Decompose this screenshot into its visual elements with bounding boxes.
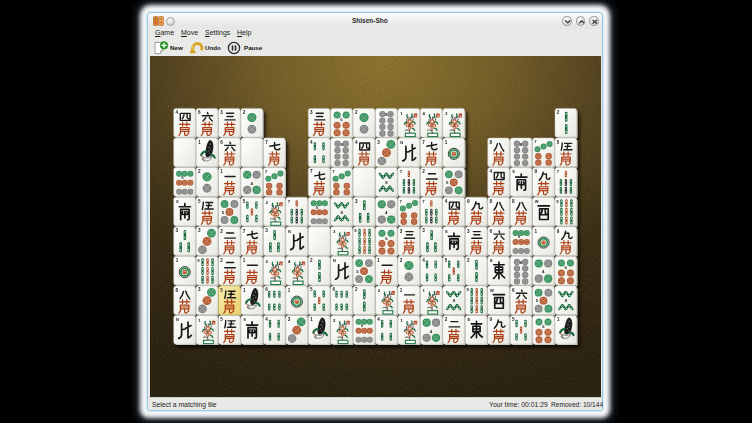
svg-text:3: 3: [422, 228, 425, 233]
svg-text:5: 5: [445, 258, 448, 263]
svg-text:3: 3: [220, 110, 223, 115]
svg-text:7: 7: [243, 229, 246, 234]
svg-text:9: 9: [490, 317, 493, 322]
svg-text:N: N: [400, 140, 403, 145]
svg-text:8: 8: [490, 140, 493, 145]
svg-text:6: 6: [333, 287, 336, 292]
svg-text:1: 1: [243, 288, 246, 293]
svg-text:3: 3: [355, 199, 358, 204]
svg-text:3: 3: [467, 229, 470, 234]
svg-text:4: 4: [422, 258, 425, 263]
svg-text:3: 3: [198, 228, 201, 233]
svg-text:S: S: [176, 199, 179, 204]
svg-text:E: E: [490, 258, 493, 263]
svg-text:6: 6: [512, 288, 515, 293]
svg-text:8: 8: [490, 199, 493, 204]
svg-text:2: 2: [445, 317, 448, 322]
svg-text:2: 2: [422, 169, 425, 174]
svg-text:3: 3: [198, 287, 201, 292]
svg-text:2: 2: [400, 258, 403, 263]
svg-text:5: 5: [512, 317, 515, 322]
svg-text:7: 7: [310, 169, 313, 174]
svg-text:5: 5: [243, 199, 246, 204]
svg-text:6: 6: [198, 110, 201, 115]
svg-text:2: 2: [243, 110, 246, 115]
svg-text:1: 1: [198, 140, 201, 145]
svg-text:3: 3: [288, 317, 291, 322]
svg-text:1: 1: [310, 317, 313, 322]
svg-text:1: 1: [445, 140, 448, 145]
svg-text:N: N: [176, 317, 179, 322]
svg-text:2: 2: [355, 287, 358, 292]
svg-text:6: 6: [265, 287, 268, 292]
svg-text:5: 5: [557, 140, 560, 145]
svg-text:9: 9: [467, 199, 470, 204]
svg-text:4: 4: [377, 317, 380, 322]
svg-text:4: 4: [355, 140, 358, 145]
svg-text:1: 1: [243, 258, 246, 263]
svg-text:N: N: [333, 258, 336, 263]
svg-text:W: W: [535, 199, 539, 204]
svg-text:9: 9: [557, 229, 560, 234]
svg-text:S: S: [445, 229, 448, 234]
svg-text:9: 9: [534, 169, 537, 174]
svg-text:6: 6: [490, 229, 493, 234]
svg-text:3: 3: [176, 228, 179, 233]
svg-text:1: 1: [176, 259, 179, 264]
svg-text:3: 3: [377, 140, 380, 145]
svg-text:N: N: [288, 229, 291, 234]
svg-text:2: 2: [467, 258, 470, 263]
svg-text:2: 2: [557, 110, 560, 115]
svg-text:1: 1: [377, 258, 380, 263]
svg-text:3: 3: [400, 229, 403, 234]
svg-text:5: 5: [220, 288, 223, 293]
svg-text:S: S: [512, 169, 515, 174]
svg-text:1: 1: [400, 288, 403, 293]
svg-text:2: 2: [310, 258, 313, 263]
svg-text:4: 4: [176, 110, 179, 115]
svg-text:3: 3: [310, 110, 313, 115]
svg-text:4: 4: [445, 199, 448, 204]
svg-text:4: 4: [310, 140, 313, 145]
svg-text:2: 2: [220, 229, 223, 234]
svg-text:7: 7: [422, 140, 425, 145]
svg-text:5: 5: [198, 199, 201, 204]
svg-text:S: S: [243, 317, 246, 322]
svg-text:1: 1: [535, 229, 538, 234]
svg-text:6: 6: [220, 140, 223, 145]
svg-text:1: 1: [220, 169, 223, 174]
svg-text:7: 7: [265, 140, 268, 145]
svg-text:3: 3: [265, 228, 268, 233]
svg-text:2: 2: [198, 169, 201, 174]
svg-text:E: E: [467, 317, 470, 322]
svg-text:4: 4: [490, 169, 493, 174]
svg-text:2: 2: [220, 258, 223, 263]
svg-text:4: 4: [265, 317, 268, 322]
svg-text:1: 1: [288, 288, 291, 293]
svg-text:8: 8: [512, 199, 515, 204]
svg-text:W: W: [490, 288, 494, 293]
svg-text:5: 5: [220, 317, 223, 322]
svg-text:8: 8: [176, 288, 179, 293]
svg-text:1: 1: [557, 317, 560, 322]
svg-text:2: 2: [355, 110, 358, 115]
svg-text:5: 5: [310, 287, 313, 292]
